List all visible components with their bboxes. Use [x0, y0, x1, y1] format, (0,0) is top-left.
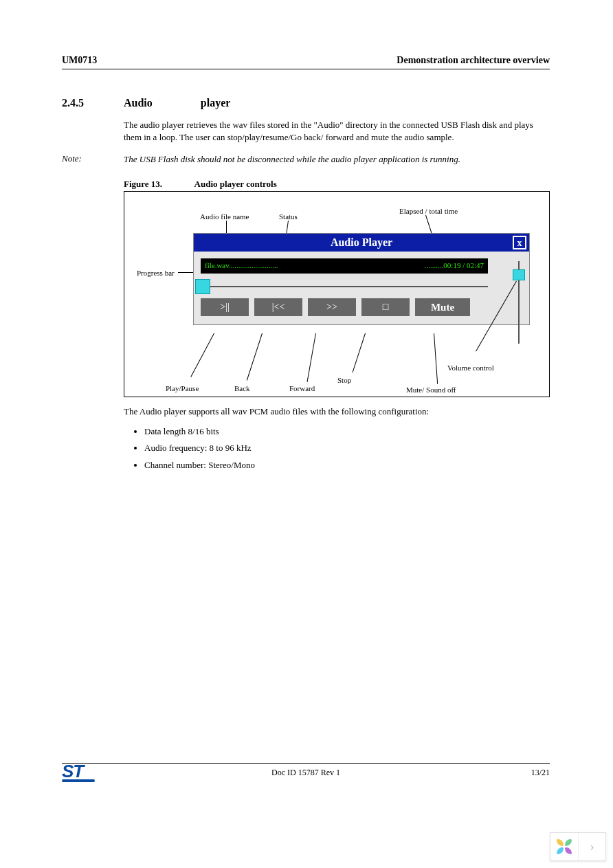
list-item: Channel number: Stereo/Mono	[144, 457, 550, 474]
note-text: The USB Flash disk should not be disconn…	[124, 153, 536, 166]
flower-icon	[557, 839, 572, 854]
callout-progress-bar: Progress bar	[137, 269, 175, 277]
section-number: 2.4.5	[62, 97, 124, 109]
page-nav-next-button[interactable]: ›	[578, 833, 605, 860]
progress-thumb[interactable]	[195, 279, 210, 294]
close-button[interactable]: x	[513, 236, 526, 249]
progress-bar[interactable]	[201, 286, 488, 287]
figure-caption: Figure 13. Audio player controls	[124, 179, 550, 190]
list-item: Audio frequency: 8 to 96 kHz	[144, 440, 550, 457]
callout-play-pause: Play/Pause	[166, 384, 199, 392]
chevron-right-icon: ›	[590, 840, 594, 854]
doc-code: UM0713	[62, 55, 97, 66]
figure-box: Audio file name Status Elapsed / total t…	[124, 191, 550, 397]
callout-stop: Stop	[337, 376, 351, 384]
player-filename: file.wav..........................	[205, 261, 278, 269]
player-titlebar: Audio Player x	[194, 234, 529, 252]
callout-status: Status	[279, 212, 298, 221]
callout-back: Back	[234, 384, 250, 392]
player-title: Audio Player	[331, 236, 392, 248]
page-nav-widget: ›	[550, 832, 606, 861]
volume-slider-thumb[interactable]	[513, 269, 525, 280]
page-nav-logo-button[interactable]	[550, 833, 578, 860]
leader-line	[190, 333, 214, 377]
page-footer: ST Doc ID 15787 Rev 1 13/21	[62, 763, 550, 790]
post-figure-text: The Audio player supports all wav PCM au…	[124, 405, 550, 418]
callout-audio-file-name: Audio file name	[200, 212, 249, 221]
leader-line	[307, 333, 316, 381]
player-lcd: file.wav.......................... .....…	[201, 258, 488, 274]
header-section-title: Demonstration architecture overview	[397, 55, 550, 66]
footer-doc-id: Doc ID 15787 Rev 1	[271, 768, 340, 778]
leader-line	[434, 333, 438, 384]
st-logo: ST	[62, 761, 95, 782]
forward-button[interactable]: >>	[308, 298, 356, 316]
player-buttons: >|| |<< >> □ Mute	[194, 298, 529, 324]
config-list: Data length 8/16 bits Audio frequency: 8…	[144, 423, 550, 474]
leader-line	[178, 272, 194, 273]
play-pause-button[interactable]: >||	[201, 298, 249, 316]
mute-button[interactable]: Mute	[415, 298, 470, 316]
stop-button[interactable]: □	[361, 298, 410, 316]
section-word-2: player	[201, 97, 231, 109]
intro-paragraph: The audio player retrieves the wav files…	[124, 119, 536, 144]
callout-forward: Forward	[289, 384, 315, 392]
leader-line	[247, 333, 263, 380]
audio-player-panel: Audio Player x file.wav.................…	[193, 233, 530, 325]
list-item: Data length 8/16 bits	[144, 423, 550, 441]
section-word-1: Audio	[124, 97, 153, 109]
note-label: Note:	[62, 153, 124, 166]
section-heading: 2.4.5 Audio player	[62, 97, 550, 109]
figure-title: Audio player controls	[194, 179, 277, 189]
figure-number: Figure 13.	[124, 179, 192, 190]
callout-volume: Volume control	[447, 364, 494, 372]
callout-elapsed-total: Elapsed / total time	[399, 207, 458, 215]
player-elapsed-time: ..........00:19 / 02:47	[425, 261, 484, 269]
callout-mute: Mute/ Sound off	[406, 386, 456, 394]
back-button[interactable]: |<<	[254, 298, 302, 316]
footer-page-number: 13/21	[531, 768, 550, 778]
leader-line	[352, 333, 365, 372]
